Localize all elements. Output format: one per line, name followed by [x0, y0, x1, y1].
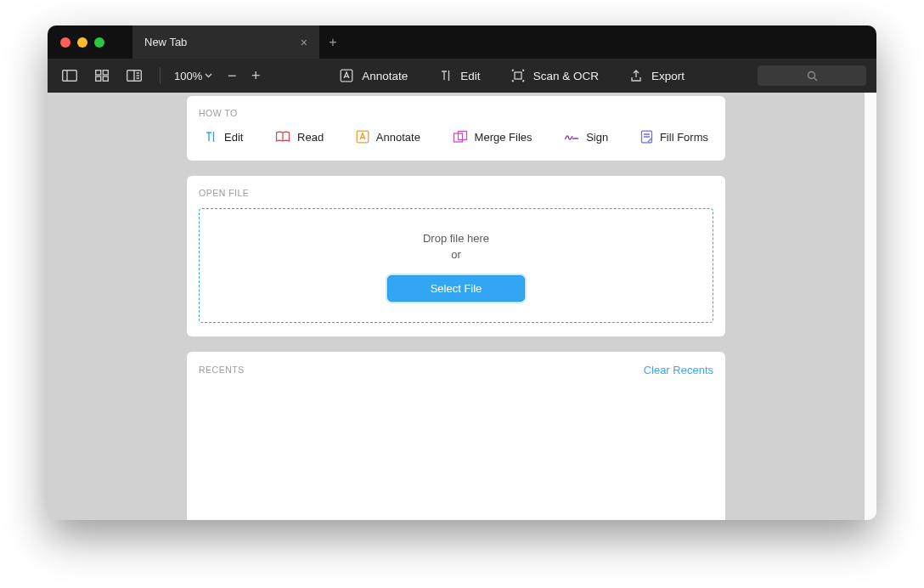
sidebar-toggle-icon[interactable] [58, 64, 82, 88]
clear-recents-link[interactable]: Clear Recents [644, 364, 713, 376]
minimize-window-button[interactable] [77, 37, 87, 48]
svg-rect-3 [103, 71, 108, 75]
annotate-tool[interactable]: Annotate [340, 69, 408, 82]
svg-point-14 [808, 71, 814, 78]
howto-fill-forms[interactable]: Fill Forms [640, 130, 708, 144]
export-label: Export [651, 70, 685, 82]
svg-rect-2 [96, 71, 101, 75]
maximize-window-button[interactable] [94, 37, 104, 48]
scan-ocr-label: Scan & OCR [533, 70, 599, 82]
annotate-label: Annotate [362, 70, 408, 82]
signature-icon [564, 131, 579, 143]
open-file-panel: OPEN FILE Drop file here or Select File [187, 176, 725, 336]
zoom-controls: 100% − + [174, 67, 267, 85]
howto-merge[interactable]: Merge Files [453, 130, 532, 144]
toolbar-center: Annotate Edit Scan & OCR Export [275, 69, 749, 82]
export-tool[interactable]: Export [629, 69, 685, 82]
howto-panel: HOW TO Edit Read Annotate Merge Files [187, 96, 725, 161]
merge-icon [453, 130, 468, 144]
toolbar-divider [160, 67, 161, 84]
svg-line-15 [814, 77, 816, 80]
edit-label: Edit [460, 70, 480, 82]
file-dropzone[interactable]: Drop file here or Select File [199, 208, 713, 323]
search-icon [807, 71, 818, 82]
howto-edit-label: Edit [224, 131, 243, 144]
howto-fill-label: Fill Forms [660, 131, 708, 144]
howto-annotate-label: Annotate [376, 131, 420, 144]
tab-new[interactable]: New Tab × [132, 25, 319, 59]
dropzone-text-1: Drop file here [208, 231, 704, 247]
vertical-scrollbar[interactable] [865, 93, 876, 520]
select-file-button[interactable]: Select File [387, 275, 526, 302]
close-tab-icon[interactable]: × [301, 36, 307, 49]
zoom-out-button[interactable]: − [221, 67, 243, 85]
dropzone-text-2: or [208, 247, 704, 263]
open-file-heading: OPEN FILE [199, 188, 713, 198]
svg-rect-4 [96, 76, 101, 81]
zoom-dropdown[interactable]: 100% [174, 70, 212, 82]
clear-recents-label: Clear Recents [644, 364, 713, 376]
svg-rect-5 [103, 76, 108, 81]
howto-items: Edit Read Annotate Merge Files Sign [199, 128, 713, 147]
zoom-in-button[interactable]: + [245, 67, 267, 85]
split-view-icon[interactable] [122, 64, 146, 88]
howto-merge-label: Merge Files [475, 131, 532, 144]
howto-sign-label: Sign [586, 131, 608, 144]
main-content: HOW TO Edit Read Annotate Merge Files [48, 93, 865, 520]
howto-read-label: Read [297, 131, 324, 144]
titlebar: New Tab × + [48, 25, 876, 59]
scan-ocr-tool[interactable]: Scan & OCR [511, 69, 599, 82]
howto-heading: HOW TO [199, 108, 713, 118]
select-file-label: Select File [431, 282, 482, 295]
recents-panel: RECENTS Clear Recents [187, 352, 725, 520]
edit-text-icon [438, 69, 452, 82]
scan-icon [511, 69, 525, 82]
zoom-value: 100% [174, 70, 202, 82]
howto-edit[interactable]: Edit [204, 130, 243, 144]
close-window-button[interactable] [60, 37, 70, 48]
svg-rect-0 [63, 71, 77, 82]
chevron-down-icon [205, 73, 212, 78]
recents-heading: RECENTS [199, 365, 245, 375]
window-controls [48, 37, 132, 48]
new-tab-button[interactable]: + [319, 35, 346, 50]
svg-rect-13 [515, 72, 521, 79]
annotate-icon [340, 69, 353, 82]
app-window: New Tab × + 100% − + Annotate [48, 25, 876, 520]
edit-text-icon [204, 130, 217, 144]
howto-sign[interactable]: Sign [564, 131, 608, 144]
book-icon [275, 131, 290, 143]
howto-annotate[interactable]: Annotate [356, 130, 420, 144]
export-icon [629, 69, 643, 82]
edit-tool[interactable]: Edit [438, 69, 480, 82]
grid-view-icon[interactable] [90, 64, 114, 88]
annotate-icon [356, 130, 369, 144]
tab-title: New Tab [144, 36, 187, 48]
howto-read[interactable]: Read [275, 131, 324, 144]
search-input[interactable] [758, 65, 866, 86]
form-icon [640, 130, 653, 144]
toolbar: 100% − + Annotate Edit Scan & OCR Export [48, 59, 876, 93]
